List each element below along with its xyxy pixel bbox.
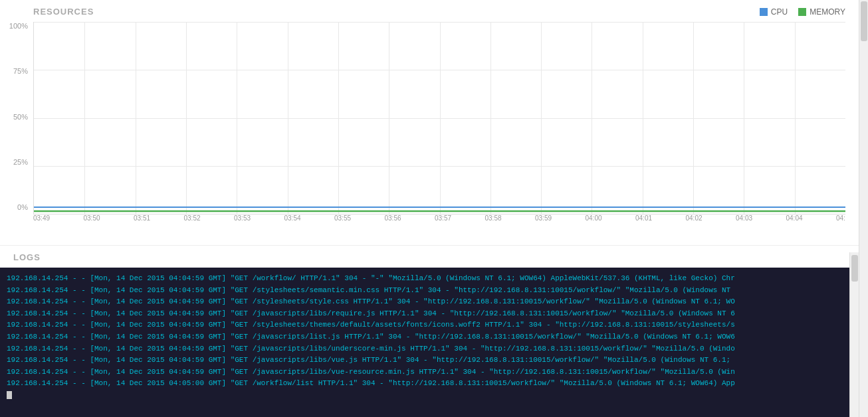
log-line-10: 192.168.14.254 - - [Mon, 14 Dec 2015 04:… bbox=[7, 378, 843, 390]
x-label-0358: 03:58 bbox=[485, 214, 502, 228]
grid-vline-14 bbox=[744, 22, 744, 214]
x-label-0353: 03:53 bbox=[234, 214, 251, 228]
log-line-8: 192.168.14.254 - - [Mon, 14 Dec 2015 04:… bbox=[7, 355, 843, 367]
x-label-0403: 04:03 bbox=[736, 214, 752, 228]
log-line-3: 192.168.14.254 - - [Mon, 14 Dec 2015 04:… bbox=[7, 296, 843, 308]
grid-vline-3 bbox=[186, 22, 187, 214]
scrollbar-track[interactable] bbox=[849, 252, 859, 417]
content-area: RESOURCES CPU MEMORY bbox=[0, 0, 859, 417]
grid-vline-7 bbox=[389, 22, 389, 214]
x-label-0354: 03:54 bbox=[284, 214, 301, 228]
logs-terminal[interactable]: 192.168.14.254 - - [Mon, 14 Dec 2015 04:… bbox=[0, 268, 849, 417]
resources-title: RESOURCES bbox=[33, 7, 94, 17]
x-label-0401: 04:01 bbox=[635, 214, 652, 228]
log-line-4: 192.168.14.254 - - [Mon, 14 Dec 2015 04:… bbox=[7, 308, 843, 320]
memory-legend-icon bbox=[798, 8, 806, 16]
y-label-50: 50% bbox=[0, 113, 33, 121]
log-line-5: 192.168.14.254 - - [Mon, 14 Dec 2015 04:… bbox=[7, 319, 843, 331]
y-label-100: 100% bbox=[0, 22, 33, 30]
main-scrollbar-track[interactable] bbox=[859, 0, 868, 417]
log-line-7: 192.168.14.254 - - [Mon, 14 Dec 2015 04:… bbox=[7, 343, 843, 355]
resources-section: RESOURCES CPU MEMORY bbox=[0, 0, 859, 246]
grid-vline-4 bbox=[237, 22, 237, 214]
grid-vline-5 bbox=[288, 22, 288, 214]
main-scrollbar-thumb[interactable] bbox=[861, 1, 867, 41]
x-axis: 03:49 03:50 03:51 03:52 03:53 03:54 03:5… bbox=[33, 214, 845, 228]
chart-inner bbox=[33, 22, 845, 214]
x-label-0400: 04:00 bbox=[586, 214, 602, 228]
memory-legend-label: MEMORY bbox=[810, 7, 845, 17]
log-cursor-line bbox=[7, 390, 843, 402]
grid-vline-10 bbox=[541, 22, 542, 214]
grid-vline-6 bbox=[338, 22, 339, 214]
x-label-0352: 03:52 bbox=[184, 214, 201, 228]
log-line-6: 192.168.14.254 - - [Mon, 14 Dec 2015 04:… bbox=[7, 331, 843, 343]
main-container: RESOURCES CPU MEMORY bbox=[0, 0, 868, 417]
cpu-legend-label: CPU bbox=[771, 7, 788, 17]
grid-vline-11 bbox=[592, 22, 592, 214]
log-line-9: 192.168.14.254 - - [Mon, 14 Dec 2015 04:… bbox=[7, 367, 843, 378]
grid-vline-2 bbox=[136, 22, 136, 214]
logs-with-scrollbar: LOGS 192.168.14.254 - - [Mon, 14 Dec 201… bbox=[0, 252, 859, 417]
chart-wrapper: 100% 75% 50% 25% 0% bbox=[0, 22, 859, 228]
logs-title: LOGS bbox=[0, 252, 849, 268]
terminal-cursor bbox=[7, 391, 12, 399]
y-axis: 100% 75% 50% 25% 0% bbox=[0, 22, 33, 214]
y-label-75: 75% bbox=[0, 67, 33, 75]
grid-vline-12 bbox=[643, 22, 643, 214]
grid-vline-15 bbox=[795, 22, 796, 214]
memory-chart-line bbox=[34, 208, 845, 214]
svg-rect-0 bbox=[760, 8, 768, 16]
svg-rect-1 bbox=[798, 8, 806, 16]
grid-vline-8 bbox=[440, 22, 441, 214]
grid-vline-13 bbox=[693, 22, 694, 214]
memory-legend-item: MEMORY bbox=[798, 7, 845, 17]
logs-content: LOGS 192.168.14.254 - - [Mon, 14 Dec 201… bbox=[0, 252, 849, 417]
scrollbar-thumb[interactable] bbox=[851, 255, 858, 282]
x-label-0402: 04:02 bbox=[686, 214, 703, 228]
cpu-legend-icon bbox=[760, 8, 768, 16]
logs-section: LOGS 192.168.14.254 - - [Mon, 14 Dec 201… bbox=[0, 246, 859, 417]
y-label-25: 25% bbox=[0, 158, 33, 166]
log-line-1: 192.168.14.254 - - [Mon, 14 Dec 2015 04:… bbox=[7, 273, 843, 285]
grid-vline-1 bbox=[84, 22, 85, 214]
x-label-0349: 03:49 bbox=[33, 214, 50, 228]
x-label-0404: 04:04 bbox=[786, 214, 803, 228]
x-label-0359: 03:59 bbox=[535, 214, 552, 228]
x-label-0350: 03:50 bbox=[84, 214, 100, 228]
x-label-0355: 03:55 bbox=[334, 214, 351, 228]
x-label-0357: 03:57 bbox=[435, 214, 451, 228]
x-label-0356: 03:56 bbox=[385, 214, 401, 228]
grid-vline-9 bbox=[490, 22, 491, 214]
resources-header: RESOURCES CPU MEMORY bbox=[0, 7, 859, 22]
cpu-legend-item: CPU bbox=[760, 7, 788, 17]
chart-legend: CPU MEMORY bbox=[760, 7, 845, 17]
x-label-0351: 03:51 bbox=[134, 214, 150, 228]
x-label-04: 04: bbox=[836, 214, 845, 228]
log-line-2: 192.168.14.254 - - [Mon, 14 Dec 2015 04:… bbox=[7, 285, 843, 297]
y-label-0: 0% bbox=[0, 203, 33, 211]
